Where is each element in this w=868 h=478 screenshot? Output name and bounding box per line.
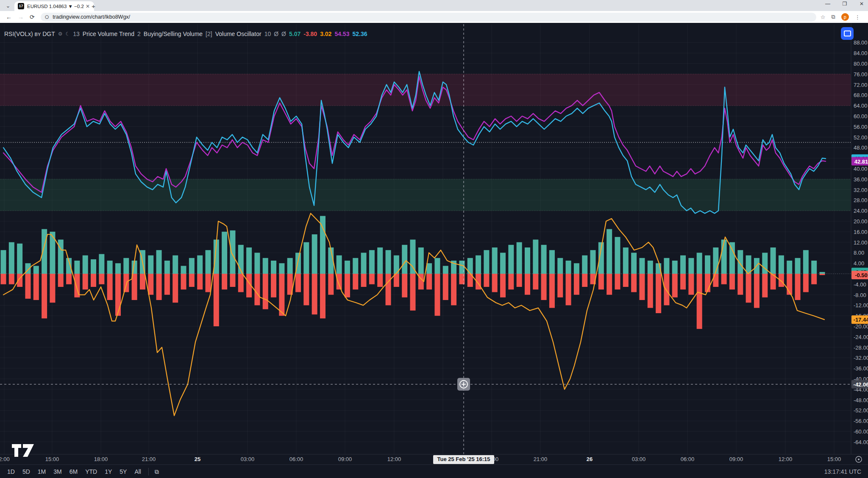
- extensions-icon[interactable]: ⧉: [831, 14, 835, 20]
- svg-text:15:00: 15:00: [45, 456, 59, 462]
- svg-text:-42.06: -42.06: [854, 381, 868, 388]
- settings-icon[interactable]: ⚙: [58, 31, 63, 37]
- svg-text:21:00: 21:00: [534, 456, 548, 462]
- svg-text:72.00: 72.00: [854, 82, 868, 88]
- visibility-icon[interactable]: ☾: [65, 31, 70, 37]
- browser-chrome: ⌄ 17 EURUSD 1.04863 ▼ −0.25% Pa ✕ + — ❐ …: [0, 0, 868, 23]
- legend-value-osc: 3.02: [320, 31, 331, 37]
- svg-text:21:00: 21:00: [142, 456, 156, 462]
- bookmark-star-icon[interactable]: ☆: [821, 14, 826, 20]
- svg-text:-56.00: -56.00: [854, 418, 868, 424]
- svg-text:-0.50: -0.50: [855, 272, 868, 278]
- svg-text:06:00: 06:00: [289, 456, 303, 462]
- vo-title[interactable]: Volume Oscillator: [215, 31, 262, 37]
- indicator-legend: RSI(VOLx) ʙʏ DGT ⚙ ☾ 13 Price Volume Tre…: [4, 31, 367, 37]
- svg-text:42.81: 42.81: [854, 158, 868, 165]
- back-button[interactable]: ←: [6, 14, 12, 20]
- reload-button[interactable]: ⟳: [30, 14, 35, 20]
- svg-text:80.00: 80.00: [854, 61, 868, 67]
- browser-menu-icon[interactable]: ⋮: [855, 14, 860, 20]
- chart-canvas[interactable]: 88.0084.0080.0076.0072.0068.0064.0060.00…: [0, 23, 868, 464]
- new-tab-button[interactable]: +: [92, 3, 95, 10]
- svg-text:76.00: 76.00: [854, 71, 868, 78]
- window-close-button[interactable]: ✕: [859, 1, 865, 7]
- legend-value-buy: 5.07: [289, 31, 300, 37]
- range-button-5D[interactable]: 5D: [19, 467, 34, 476]
- svg-text:03:00: 03:00: [632, 456, 646, 462]
- svg-text:20.00: 20.00: [854, 218, 868, 225]
- window-restore-button[interactable]: ❐: [842, 1, 848, 7]
- svg-text:09:00: 09:00: [338, 456, 352, 462]
- go-to-date-icon[interactable]: ⧉: [152, 468, 161, 475]
- svg-text:03:00: 03:00: [241, 456, 255, 462]
- svg-text:09:00: 09:00: [729, 456, 743, 462]
- tradingview-favicon-icon: 17: [18, 3, 24, 9]
- svg-text:-64.00: -64.00: [854, 439, 868, 445]
- window-controls: — ❐ ✕: [825, 1, 865, 7]
- maximize-pane-button[interactable]: [841, 27, 854, 40]
- range-button-1D[interactable]: 1D: [3, 467, 19, 476]
- pane-icon: [844, 31, 851, 36]
- range-button-All[interactable]: All: [131, 467, 145, 476]
- svg-text:-60.00: -60.00: [854, 428, 868, 435]
- svg-text:12.00: 12.00: [854, 239, 868, 246]
- clock-utc[interactable]: 13:17:41 UTC: [824, 468, 861, 475]
- svg-text:-32.00: -32.00: [854, 355, 868, 361]
- svg-text:12:00: 12:00: [779, 456, 793, 462]
- overbought-band: [0, 74, 851, 106]
- svg-text:06:00: 06:00: [681, 456, 695, 462]
- svg-text:26: 26: [587, 456, 593, 462]
- svg-text:-24.00: -24.00: [854, 334, 868, 340]
- tab-close-icon[interactable]: ✕: [86, 3, 91, 9]
- oversold-band: [0, 179, 851, 211]
- tab-search-chevron-icon[interactable]: ⌄: [4, 2, 12, 10]
- svg-text:-36.00: -36.00: [854, 365, 868, 372]
- range-button-5Y[interactable]: 5Y: [116, 467, 131, 476]
- bsv-title[interactable]: Buying/Selling Volume: [144, 31, 203, 37]
- svg-text:-4.00: -4.00: [854, 281, 866, 288]
- legend-value-rsi-cyan: 52.36: [352, 31, 367, 37]
- url-text: tradingview.com/chart/lkbo8Wgx/: [53, 14, 130, 20]
- placeholder-icon: Ø: [281, 31, 286, 37]
- range-button-1M[interactable]: 1M: [34, 467, 50, 476]
- range-button-YTD[interactable]: YTD: [81, 467, 101, 476]
- svg-text:84.00: 84.00: [854, 50, 868, 56]
- svg-text:-48.00: -48.00: [854, 397, 868, 403]
- screen: ⌄ 17 EURUSD 1.04863 ▼ −0.25% Pa ✕ + — ❐ …: [0, 0, 868, 478]
- svg-text:48.00: 48.00: [854, 145, 868, 151]
- range-button-1Y[interactable]: 1Y: [101, 467, 116, 476]
- legend-value-rsi-magenta: 54.53: [334, 31, 349, 37]
- tab-strip: ⌄ 17 EURUSD 1.04863 ▼ −0.25% Pa ✕ + — ❐ …: [0, 0, 868, 11]
- price-label--42.06: -42.06: [851, 380, 868, 389]
- pvt-param: 2: [137, 31, 141, 37]
- chart-pane: 88.0084.0080.0076.0072.0068.0064.0060.00…: [0, 23, 868, 478]
- svg-text:68.00: 68.00: [854, 92, 868, 98]
- profile-avatar[interactable]: p: [841, 13, 849, 21]
- crosshair-target-icon: [457, 378, 470, 391]
- forward-button[interactable]: →: [18, 14, 24, 20]
- svg-text:64.00: 64.00: [854, 103, 868, 109]
- svg-text:Tue 25 Feb '25 16:15: Tue 25 Feb '25 16:15: [437, 456, 490, 462]
- svg-text:25: 25: [195, 456, 200, 462]
- placeholder-icon: Ø: [274, 31, 278, 37]
- address-bar[interactable]: ⛭ tradingview.com/chart/lkbo8Wgx/: [41, 13, 816, 22]
- pvt-title[interactable]: Price Volume Trend: [83, 31, 134, 37]
- crosshair-time-label: Tue 25 Feb '25 16:15: [433, 455, 494, 464]
- navbar-right-icons: ☆ ⧉ p ⋮: [821, 13, 860, 21]
- svg-text:-17.44: -17.44: [854, 317, 868, 323]
- indicator-title[interactable]: RSI(VOLx) ʙʏ DGT: [4, 31, 55, 37]
- svg-text:32.00: 32.00: [854, 187, 868, 193]
- svg-text:36.00: 36.00: [854, 176, 868, 183]
- range-button-3M[interactable]: 3M: [50, 467, 65, 476]
- range-button-6M[interactable]: 6M: [66, 467, 81, 476]
- svg-text:16.00: 16.00: [854, 229, 868, 235]
- svg-text:56.00: 56.00: [854, 124, 868, 130]
- tab-title: EURUSD 1.04863 ▼ −0.25% Pa: [27, 4, 84, 9]
- toolbar-divider: [148, 468, 149, 475]
- browser-tab[interactable]: 17 EURUSD 1.04863 ▼ −0.25% Pa ✕: [14, 1, 94, 11]
- svg-text:28.00: 28.00: [854, 197, 868, 203]
- svg-text:8.00: 8.00: [854, 250, 864, 256]
- window-minimize-button[interactable]: —: [825, 1, 831, 7]
- svg-text:-20.00: -20.00: [854, 323, 868, 330]
- site-info-icon[interactable]: ⛭: [45, 14, 49, 20]
